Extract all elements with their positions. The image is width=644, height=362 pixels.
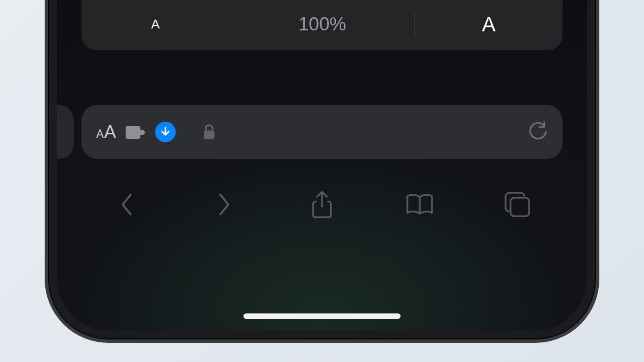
zoom-out-button[interactable]: A bbox=[81, 17, 230, 32]
phone-frame: Downloads Show Reader bbox=[45, 0, 599, 343]
chevron-right-icon bbox=[216, 192, 232, 217]
bookmarks-button[interactable] bbox=[400, 187, 439, 222]
zoom-out-glyph: A bbox=[151, 17, 160, 32]
download-active-icon[interactable] bbox=[155, 122, 176, 142]
svg-rect-5 bbox=[204, 130, 215, 139]
zoom-reset-button[interactable]: 100% bbox=[230, 14, 415, 35]
home-indicator[interactable] bbox=[243, 313, 401, 319]
share-icon bbox=[310, 190, 334, 219]
previous-tab-sliver[interactable] bbox=[57, 105, 74, 159]
lock-icon bbox=[202, 124, 216, 140]
zoom-in-glyph: A bbox=[482, 13, 496, 36]
svg-rect-7 bbox=[510, 198, 529, 216]
tabs-button[interactable] bbox=[498, 187, 537, 222]
tabs-icon bbox=[504, 191, 531, 218]
zoom-row: A 100% A bbox=[81, 0, 563, 50]
zoom-percent-label: 100% bbox=[298, 14, 346, 35]
phone-screen: Downloads Show Reader bbox=[57, 0, 587, 331]
chevron-left-icon bbox=[119, 192, 134, 217]
forward-button[interactable] bbox=[205, 187, 244, 222]
share-button[interactable] bbox=[302, 187, 342, 222]
text-size-icon[interactable]: A A bbox=[96, 122, 116, 142]
zoom-in-button[interactable]: A bbox=[414, 13, 563, 36]
page-settings-popover: Downloads Show Reader bbox=[81, 0, 563, 50]
back-button[interactable] bbox=[107, 187, 146, 222]
aa-large-glyph: A bbox=[104, 122, 116, 142]
aa-small-glyph: A bbox=[96, 128, 104, 141]
bottom-toolbar bbox=[57, 178, 587, 232]
book-icon bbox=[404, 192, 435, 217]
address-bar[interactable]: A A bbox=[81, 105, 563, 159]
extensions-icon[interactable] bbox=[126, 123, 145, 141]
reload-icon[interactable] bbox=[528, 121, 548, 143]
address-bar-left-cluster: A A bbox=[96, 122, 216, 142]
